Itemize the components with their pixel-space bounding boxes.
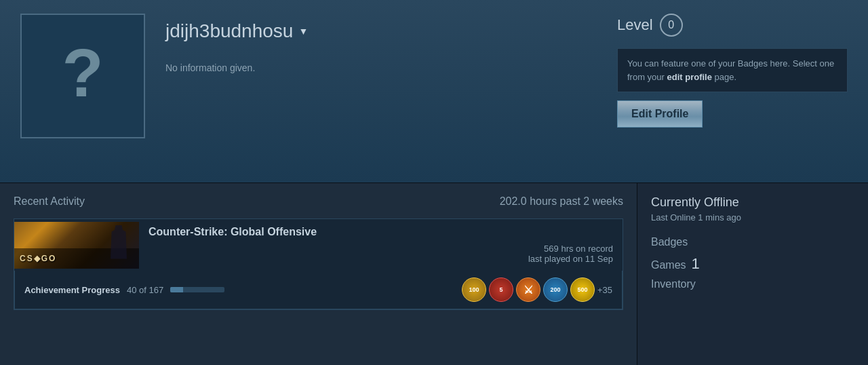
main-container: ? jdijh3budnhosu ▼ No information given.… bbox=[0, 0, 868, 365]
activity-header: Recent Activity 202.0 hours past 2 weeks bbox=[14, 195, 623, 208]
games-number: 1 bbox=[692, 255, 700, 273]
achievement-badge-1: 5 bbox=[489, 277, 513, 302]
username-dropdown-arrow[interactable]: ▼ bbox=[298, 26, 308, 37]
profile-info: jdijh3budnhosu ▼ No information given. bbox=[165, 14, 597, 169]
achievement-bar-fill bbox=[170, 287, 183, 292]
level-badge: 0 bbox=[660, 14, 683, 37]
level-row: Level 0 bbox=[617, 14, 848, 37]
achievement-label: Achievement Progress bbox=[24, 285, 120, 295]
achievement-badge-3: 200 bbox=[543, 277, 568, 302]
sidebar-right: Currently Offline Last Online 1 mins ago… bbox=[637, 183, 868, 365]
profile-header: ? jdijh3budnhosu ▼ No information given.… bbox=[0, 0, 868, 183]
activity-section: Recent Activity 202.0 hours past 2 weeks… bbox=[0, 183, 637, 365]
badges-label[interactable]: Badges bbox=[651, 236, 854, 248]
games-count-row: Games 1 bbox=[651, 255, 854, 273]
achievement-badge-2: ⚔ bbox=[516, 277, 540, 302]
achievement-count: 40 of 167 bbox=[127, 285, 163, 295]
badge-info-box: You can feature one of your Badges here.… bbox=[617, 48, 848, 92]
hrs-on-record: 569 hrs on record bbox=[149, 244, 613, 254]
no-info-text: No information given. bbox=[165, 62, 597, 73]
profile-body: Recent Activity 202.0 hours past 2 weeks… bbox=[0, 183, 868, 365]
achievement-badges: 100 5 ⚔ 200 500 bbox=[462, 277, 612, 302]
avatar-section: ? bbox=[20, 14, 145, 169]
last-played: last played on 11 Sep bbox=[149, 254, 613, 264]
avatar: ? bbox=[20, 14, 145, 138]
achievement-badge-0: 100 bbox=[462, 277, 486, 302]
activity-hours: 202.0 hours past 2 weeks bbox=[500, 195, 623, 208]
csgo-logo-text: CS◆GO bbox=[20, 254, 56, 263]
edit-profile-link[interactable]: edit profile bbox=[667, 72, 712, 82]
achievement-row: Achievement Progress 40 of 167 100 5 bbox=[14, 271, 623, 309]
game-name[interactable]: Counter-Strike: Global Offensive bbox=[149, 226, 613, 238]
achievement-badge-4: 500 bbox=[570, 277, 595, 302]
status-title: Currently Offline bbox=[651, 195, 854, 210]
game-stats: 569 hrs on record last played on 11 Sep bbox=[149, 244, 613, 264]
inventory-label[interactable]: Inventory bbox=[651, 278, 854, 290]
badge-info-suffix: page. bbox=[712, 72, 736, 82]
game-details: Counter-Strike: Global Offensive 569 hrs… bbox=[139, 219, 623, 271]
level-label: Level bbox=[617, 16, 653, 34]
game-thumbnail: CS◆GO bbox=[14, 222, 139, 269]
username-row: jdijh3budnhosu ▼ bbox=[165, 20, 597, 42]
username: jdijh3budnhosu bbox=[165, 20, 293, 42]
game-top: CS◆GO Counter-Strike: Global Offensive 5… bbox=[14, 219, 623, 271]
right-panel: Level 0 You can feature one of your Badg… bbox=[617, 14, 848, 169]
activity-title: Recent Activity bbox=[14, 195, 85, 208]
games-label[interactable]: Games bbox=[651, 259, 686, 271]
edit-profile-button[interactable]: Edit Profile bbox=[617, 100, 703, 128]
achievement-plus: +35 bbox=[597, 285, 612, 295]
avatar-question-mark: ? bbox=[62, 39, 103, 107]
last-online: Last Online 1 mins ago bbox=[651, 212, 854, 223]
game-card[interactable]: CS◆GO Counter-Strike: Global Offensive 5… bbox=[14, 218, 623, 310]
achievement-progress-bar bbox=[170, 287, 224, 292]
